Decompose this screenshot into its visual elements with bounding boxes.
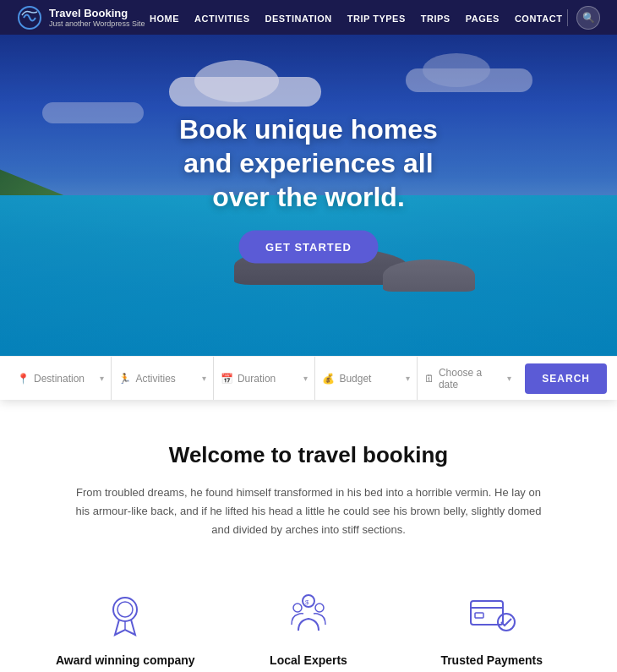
budget-icon: 💰 bbox=[322, 373, 335, 385]
brand-logo-icon bbox=[17, 5, 42, 30]
welcome-section: Welcome to travel booking From troubled … bbox=[0, 400, 617, 565]
svg-text:$: $ bbox=[305, 598, 309, 606]
destination-icon: 📍 bbox=[17, 373, 30, 385]
destination-label: Destination bbox=[34, 373, 96, 385]
svg-point-6 bbox=[315, 604, 324, 612]
welcome-text: From troubled dreams, he found himself t… bbox=[68, 484, 549, 539]
feature-payments: Trusted Payments Book via our secure pay… bbox=[417, 590, 566, 672]
svg-point-11 bbox=[498, 614, 515, 631]
svg-point-1 bbox=[113, 598, 137, 621]
hero-section: Book unique homes and experiences all ov… bbox=[0, 35, 617, 356]
brand-title: Travel Booking bbox=[49, 7, 145, 20]
payments-icon bbox=[467, 590, 517, 641]
svg-rect-10 bbox=[475, 613, 483, 618]
activities-field[interactable]: 🏃 Activities ▾ bbox=[112, 357, 213, 400]
budget-arrow-icon: ▾ bbox=[406, 374, 410, 383]
award-icon bbox=[100, 590, 150, 641]
destination-arrow-icon: ▾ bbox=[100, 374, 104, 383]
search-icon[interactable]: 🔍 bbox=[576, 6, 600, 30]
brand[interactable]: Travel Booking Just another Wordpress Si… bbox=[17, 5, 145, 30]
nav-item-activities[interactable]: ACTIVITIES bbox=[194, 10, 250, 25]
brand-text: Travel Booking Just another Wordpress Si… bbox=[49, 7, 145, 29]
activities-label: Activities bbox=[135, 373, 197, 385]
svg-point-2 bbox=[117, 602, 133, 617]
date-label: Choose a date bbox=[439, 367, 503, 391]
nav-divider bbox=[567, 9, 568, 26]
feature-experts: $ Local Experts We're a local travel age… bbox=[234, 590, 384, 672]
date-arrow-icon: ▾ bbox=[507, 374, 511, 383]
experts-icon: $ bbox=[283, 590, 334, 641]
brand-subtitle: Just another Wordpress Site bbox=[49, 19, 145, 28]
duration-field[interactable]: 📅 Duration ▾ bbox=[214, 357, 315, 400]
get-started-button[interactable]: GET STARTED bbox=[238, 231, 379, 264]
features-section: Award winning company We've received Cer… bbox=[0, 565, 617, 672]
budget-label: Budget bbox=[339, 373, 401, 385]
nav-item-home[interactable]: HOME bbox=[150, 10, 179, 25]
search-bar: 📍 Destination ▾ 🏃 Activities ▾ 📅 Duratio… bbox=[0, 356, 617, 400]
navbar: Travel Booking Just another Wordpress Si… bbox=[0, 0, 617, 35]
welcome-title: Welcome to travel booking bbox=[68, 442, 549, 468]
activities-arrow-icon: ▾ bbox=[202, 374, 206, 383]
nav-item-trip-types[interactable]: TRIP TYPES bbox=[347, 10, 406, 25]
duration-arrow-icon: ▾ bbox=[303, 374, 308, 383]
nav-item-pages[interactable]: PAGES bbox=[466, 10, 500, 25]
activities-icon: 🏃 bbox=[118, 373, 131, 385]
search-button[interactable]: SEARCH bbox=[525, 363, 607, 394]
budget-field[interactable]: 💰 Budget ▾ bbox=[315, 357, 417, 400]
nav-item-trips[interactable]: TRIPS bbox=[421, 10, 450, 25]
hero-title: Book unique homes and experiences all ov… bbox=[155, 112, 463, 214]
nav-item-contact[interactable]: CONTACT bbox=[515, 10, 562, 25]
duration-label: Duration bbox=[238, 373, 299, 385]
hero-content: Book unique homes and experiences all ov… bbox=[155, 112, 463, 264]
svg-point-5 bbox=[293, 604, 302, 612]
duration-icon: 📅 bbox=[221, 373, 233, 385]
nav-item-destination[interactable]: DESTINATION bbox=[265, 10, 332, 25]
feature-award-title: Award winning company bbox=[51, 653, 200, 667]
feature-payments-title: Trusted Payments bbox=[417, 653, 566, 667]
nav-menu: HOME ACTIVITIES DESTINATION TRIP TYPES T… bbox=[150, 10, 562, 25]
date-icon: 🗓 bbox=[424, 373, 434, 385]
destination-field[interactable]: 📍 Destination ▾ bbox=[10, 357, 112, 400]
date-field[interactable]: 🗓 Choose a date ▾ bbox=[418, 357, 518, 400]
feature-experts-title: Local Experts bbox=[234, 653, 384, 667]
feature-award: Award winning company We've received Cer… bbox=[51, 590, 200, 672]
